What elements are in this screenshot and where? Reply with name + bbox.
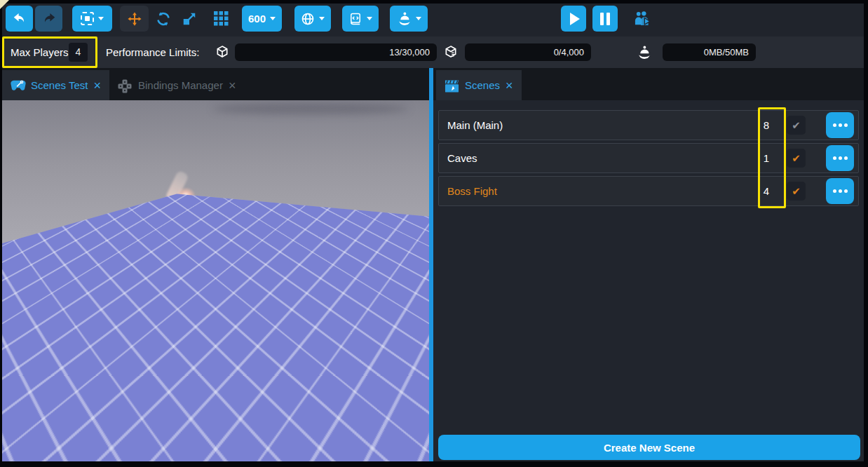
complexity-limit-meter: 0/4,000 [465, 43, 591, 61]
chevron-down-icon [270, 17, 276, 20]
complexity-limit-value: 0/4,000 [554, 47, 584, 57]
bell-hand-icon [397, 11, 412, 26]
systems-dropdown[interactable] [390, 6, 428, 32]
main-toolbar: 600 [2, 4, 864, 36]
environment-dropdown[interactable] [294, 6, 331, 32]
undo-button[interactable] [6, 6, 33, 32]
tab-scenes[interactable]: Scenes × [436, 70, 522, 100]
redo-icon [41, 11, 57, 27]
play-button[interactable] [561, 6, 586, 32]
script-icon [348, 12, 362, 26]
bell-hand-icon [637, 45, 651, 59]
rotate-icon [155, 11, 172, 27]
spark [190, 198, 193, 201]
tab-scenes-test[interactable]: Scenes Test × [2, 70, 109, 100]
objects-limit-value: 13/30,000 [389, 47, 430, 57]
viewport-3d[interactable]: Z X Y [2, 100, 429, 461]
left-tabbar: Scenes Test × [2, 68, 429, 100]
rotate-tool-button[interactable] [151, 6, 176, 32]
chevron-down-icon [98, 17, 104, 20]
scale-tool-button[interactable] [177, 6, 201, 32]
scene-check-button[interactable]: ✔ [787, 149, 806, 168]
memory-limit-meter: 0MB/50MB [663, 43, 756, 61]
scenes-panel: Main (Main) 8 ✔ Caves 1 ✔ Boss Fight 4 [433, 100, 864, 461]
scene-check-button[interactable]: ✔ [787, 182, 806, 201]
memory-limit-value: 0MB/50MB [704, 47, 749, 57]
axis-z-label: Z [28, 406, 33, 414]
scale-icon [182, 11, 197, 27]
tab-label: Scenes Test [31, 79, 88, 91]
scene-name: Caves [447, 152, 758, 164]
cube-stack-icon [444, 45, 458, 59]
pause-button[interactable] [592, 6, 618, 32]
close-icon[interactable]: × [506, 79, 513, 92]
spark [196, 205, 198, 208]
max-players-label: Max Players [11, 36, 69, 68]
scene-row-caves[interactable]: Caves 1 ✔ [438, 143, 859, 173]
preview-avatars-button[interactable] [630, 6, 653, 32]
axis-y-label: Y [48, 446, 54, 454]
scene-player-count: 4 [758, 185, 775, 197]
axis-gizmo: Z X Y [22, 403, 60, 455]
right-pane: Scenes × Main (Main) 8 ✔ Caves 1 [433, 68, 864, 461]
selection-icon [81, 12, 94, 25]
left-pane: Scenes Test × [2, 68, 429, 461]
scene-name: Boss Fight [447, 185, 758, 197]
selected-object-gizmo[interactable] [208, 267, 218, 291]
undo-icon [12, 11, 27, 27]
clapperboard-icon [445, 79, 459, 92]
scene-options-button[interactable] [826, 112, 854, 138]
redo-button[interactable] [35, 6, 62, 32]
pause-icon [600, 13, 610, 25]
play-icon [570, 13, 580, 25]
tab-label: Scenes [465, 79, 500, 91]
grid-snap-button[interactable] [209, 6, 233, 32]
move-tool-button[interactable] [120, 6, 149, 32]
scene-player-count: 1 [758, 152, 775, 164]
create-new-scene-button[interactable]: Create New Scene [438, 435, 860, 460]
editor-window: 600 [0, 0, 868, 467]
grid-icon [214, 11, 229, 26]
zoom-level-dropdown[interactable]: 600 [242, 6, 282, 32]
scene-row-boss-fight[interactable]: Boss Fight 4 ✔ [438, 176, 859, 206]
selection-mode-dropdown[interactable] [72, 6, 112, 32]
scene-options-button[interactable] [826, 145, 854, 171]
objects-limit-meter: 13/30,000 [235, 43, 437, 61]
scene-name: Main (Main) [447, 119, 758, 131]
right-tabbar: Scenes × [433, 68, 864, 100]
workspace: Scenes Test × [2, 68, 864, 461]
chevron-down-icon [319, 17, 325, 20]
performance-limits-label: Performance Limits: [106, 36, 199, 68]
cube-icon [215, 45, 229, 59]
chevron-down-icon [367, 17, 372, 20]
tab-bindings-manager[interactable]: Bindings Manager × [109, 70, 244, 100]
scripts-dropdown[interactable] [342, 6, 379, 32]
avatars-icon [633, 11, 651, 27]
spark [184, 209, 187, 211]
globe-icon [301, 12, 315, 26]
tab-label: Bindings Manager [138, 79, 223, 91]
viewport-cloud [212, 103, 409, 114]
scene-options-button[interactable] [826, 178, 854, 204]
limits-bar: Max Players 4 Performance Limits: 13/30,… [2, 36, 864, 68]
fire-particle-core [176, 187, 196, 204]
chevron-down-icon [416, 17, 421, 20]
axis-x-label: X [50, 417, 55, 426]
max-players-value[interactable]: 4 [69, 43, 88, 62]
app-frame: 600 [2, 4, 864, 461]
scene-check-button[interactable]: ✔ [787, 116, 806, 135]
zoom-level-value: 600 [248, 13, 266, 25]
scene-player-count: 8 [758, 119, 775, 131]
close-icon[interactable]: × [93, 79, 101, 92]
dpad-icon [118, 79, 133, 92]
move-icon [127, 11, 142, 27]
gamepad-wrench-icon [11, 79, 25, 92]
scene-row-main[interactable]: Main (Main) 8 ✔ [438, 110, 859, 140]
corner-artifact [0, 0, 9, 9]
close-icon[interactable]: × [229, 79, 236, 92]
